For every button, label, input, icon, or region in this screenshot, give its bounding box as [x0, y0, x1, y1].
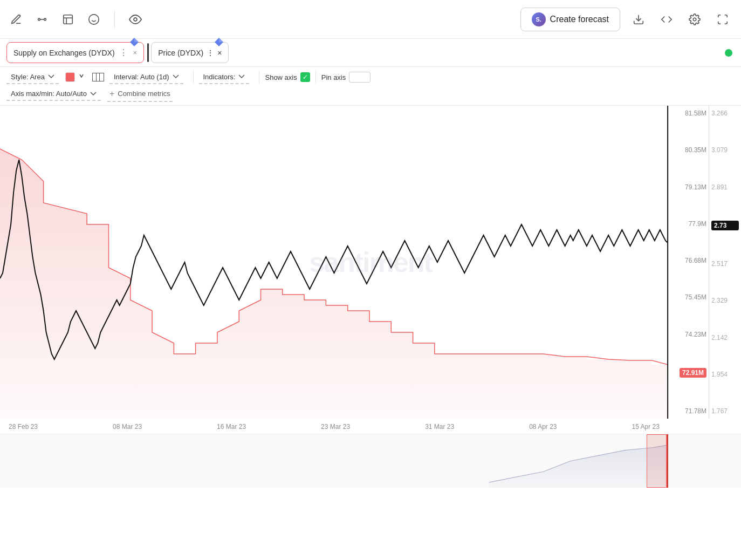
interval-icon — [92, 73, 104, 81]
toolbar-divider — [114, 11, 115, 28]
tab-separator — [147, 43, 149, 62]
style-control[interactable]: Style: Area — [6, 71, 59, 84]
eye-tool-icon[interactable] — [128, 12, 143, 27]
pin-axis-label: Pin axis — [321, 73, 346, 81]
color-swatch[interactable] — [65, 72, 75, 82]
top-toolbar: S. Create forecast — [0, 0, 741, 39]
y-right-label-3: 2.517 — [711, 261, 739, 267]
y-label-8: 71.78M — [669, 408, 706, 414]
avatar: S. — [532, 12, 546, 26]
note-tool-icon[interactable] — [60, 12, 76, 27]
svg-marker-13 — [219, 38, 223, 42]
x-label-6: 15 Apr 23 — [632, 423, 660, 431]
controls-divider1 — [193, 71, 194, 84]
create-forecast-label: Create forecast — [550, 15, 609, 24]
y-label-4: 76.68M — [669, 257, 706, 264]
price-current-badge: 2.73 — [711, 221, 739, 230]
y-right-label-4: 2.329 — [711, 297, 739, 304]
interval-chevron-icon — [173, 74, 179, 79]
svg-marker-11 — [134, 38, 139, 42]
controls-divider2 — [259, 71, 259, 84]
indicators-chevron-icon — [238, 74, 245, 79]
metric-tab2-more[interactable]: ⋮ — [207, 49, 214, 57]
download-icon[interactable] — [629, 10, 648, 29]
show-axis-checkbox[interactable]: ✓ — [300, 72, 310, 82]
x-label-2: 16 Mar 23 — [217, 423, 246, 431]
combine-plus-icon: + — [109, 89, 114, 99]
interval-label: Interval: Auto (1d) — [114, 73, 169, 81]
create-forecast-button[interactable]: S. Create forecast — [520, 8, 620, 31]
svg-point-7 — [134, 18, 137, 21]
y-right-label-2: 2.891 — [711, 184, 739, 190]
y-label-2: 79.13M — [669, 184, 706, 190]
pin-axis-checkbox[interactable] — [349, 72, 370, 83]
x-axis: 28 Feb 23 08 Mar 23 16 Mar 23 23 Mar 23 … — [0, 419, 668, 434]
metric-tab2-close[interactable]: × — [217, 49, 222, 57]
y-label-1: 80.35M — [669, 147, 706, 153]
metric-tab2-label: Price (DYDX) — [158, 49, 203, 57]
y-label-5: 75.45M — [669, 294, 706, 301]
controls-divider3 — [315, 71, 316, 84]
x-label-4: 31 Mar 23 — [425, 423, 454, 431]
y-label-3: 77.9M — [669, 221, 706, 227]
y-right-label-5: 2.142 — [711, 334, 739, 341]
toolbar-right: S. Create forecast — [520, 8, 732, 31]
show-axis-label: Show axis — [265, 73, 297, 81]
indicators-label: Indicators: — [203, 73, 236, 81]
combine-metrics-label: Combine metrics — [118, 90, 170, 98]
main-chart-svg — [0, 106, 668, 419]
style-label: Style: Area — [11, 73, 45, 81]
y-right-label-6: 1.954 — [711, 371, 739, 378]
pen-tool-icon[interactable] — [9, 12, 24, 27]
chart-container: 81.58M 80.35M 79.13M 77.9M 76.68M 75.45M… — [0, 106, 741, 419]
range-handle-right[interactable] — [667, 434, 668, 488]
settings-icon[interactable] — [685, 10, 704, 29]
toolbar-left — [9, 11, 143, 28]
eth-icon-tab2 — [214, 37, 224, 47]
node-tool-icon[interactable] — [35, 12, 50, 27]
metric-tab1-label: Supply on Exchanges (DYDX) — [13, 49, 115, 57]
metrics-row: Supply on Exchanges (DYDX) ⋮ × Price (DY… — [0, 39, 741, 67]
supply-current-badge: 72.91M — [680, 368, 706, 378]
mini-range-selector[interactable] — [647, 434, 668, 488]
metric-tab-price[interactable]: Price (DYDX) ⋮ × — [151, 42, 229, 63]
code-icon[interactable] — [657, 10, 676, 29]
svg-point-9 — [693, 18, 696, 21]
controls-row: Style: Area Interval: Auto (1d) Indicato… — [0, 67, 741, 106]
svg-point-4 — [89, 14, 99, 24]
pin-axis-control[interactable]: Pin axis — [321, 72, 371, 83]
y-axis-left: 81.58M 80.35M 79.13M 77.9M 76.68M 75.45M… — [668, 106, 709, 419]
x-label-5: 08 Apr 23 — [529, 423, 557, 431]
chevron-swatch-icon[interactable] — [79, 74, 88, 80]
axis-maxmin-chevron-icon — [90, 92, 97, 96]
svg-rect-3 — [64, 15, 73, 24]
y-label-0: 81.58M — [669, 110, 706, 117]
show-axis-control[interactable]: Show axis ✓ — [265, 72, 310, 82]
x-label-3: 23 Mar 23 — [321, 423, 350, 431]
vertical-price-line — [667, 106, 668, 419]
axis-maxmin-control[interactable]: Axis max/min: Auto/Auto — [6, 87, 101, 101]
x-label-1: 08 Mar 23 — [113, 423, 142, 431]
x-label-0: 28 Feb 23 — [9, 423, 38, 431]
mini-chart-svg — [0, 434, 668, 488]
interval-control[interactable]: Interval: Auto (1d) — [109, 71, 183, 84]
combine-metrics-button[interactable]: + Combine metrics — [107, 87, 173, 102]
metric-tab1-close[interactable]: × — [133, 49, 138, 57]
metric-tab1-more[interactable]: ⋮ — [118, 47, 129, 58]
y-axis-right: 3.266 3.079 2.891 2.73 2.517 2.329 2.142… — [709, 106, 741, 419]
svg-point-0 — [38, 18, 40, 21]
y-right-label-7: 1.767 — [711, 408, 739, 414]
svg-point-1 — [44, 18, 46, 21]
eth-icon-tab1 — [129, 37, 139, 47]
axis-maxmin-label: Axis max/min: Auto/Auto — [11, 90, 87, 98]
fullscreen-icon[interactable] — [713, 10, 732, 29]
y-right-label-1: 3.079 — [711, 147, 739, 153]
y-right-label-0: 3.266 — [711, 110, 739, 117]
mini-chart-row — [0, 434, 741, 488]
metric-tab-supply[interactable]: Supply on Exchanges (DYDX) ⋮ × — [6, 42, 144, 63]
indicators-control[interactable]: Indicators: — [199, 71, 250, 84]
live-indicator-dot — [725, 49, 732, 57]
emoji-tool-icon[interactable] — [86, 12, 101, 27]
y-label-6: 74.23M — [669, 331, 706, 338]
style-chevron-icon — [48, 74, 54, 79]
